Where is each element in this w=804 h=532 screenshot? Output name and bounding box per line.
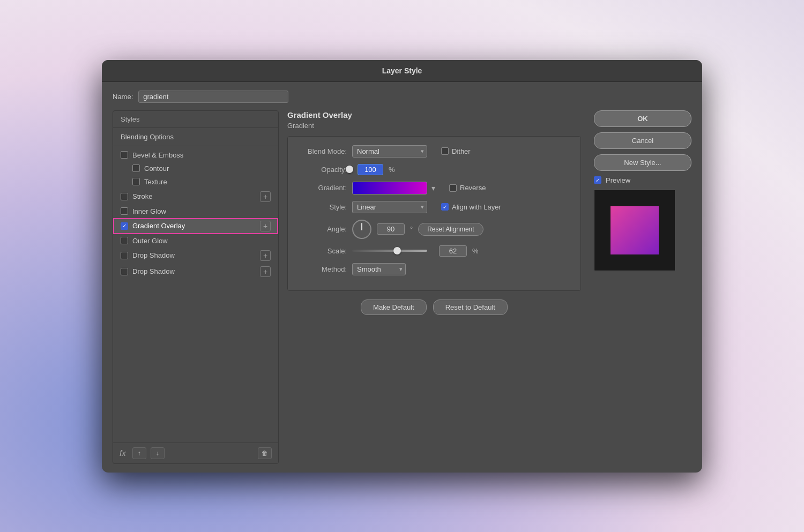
blend-mode-select-wrap: Normal Dissolve Multiply Screen Overlay <box>352 145 427 158</box>
reverse-label: Reverse <box>460 184 486 192</box>
outer-glow-label: Outer Glow <box>132 237 271 245</box>
style-label: Style: <box>299 203 347 211</box>
align-layer-checkbox[interactable] <box>441 203 449 211</box>
dither-checkbox[interactable] <box>441 147 449 155</box>
method-select[interactable]: Smooth Perceptual Saturation <box>352 263 406 275</box>
options-box: Blend Mode: Normal Dissolve Multiply Scr… <box>287 136 581 291</box>
stroke-add-button[interactable]: + <box>260 191 271 202</box>
drop-shadow-2-checkbox[interactable] <box>121 268 128 275</box>
opacity-input[interactable] <box>358 164 383 175</box>
sidebar-item-drop-shadow-2[interactable]: Drop Shadow + <box>113 264 278 280</box>
outer-glow-checkbox[interactable] <box>121 237 128 244</box>
gradient-swatch[interactable] <box>352 182 427 194</box>
texture-checkbox[interactable] <box>132 178 140 185</box>
scale-label: Scale: <box>299 247 347 255</box>
style-select-wrap: Linear Radial Angle Reflected Diamond <box>352 201 427 213</box>
texture-label: Texture <box>144 178 271 186</box>
bevel-emboss-checkbox[interactable] <box>121 151 128 159</box>
scale-input[interactable] <box>439 245 467 257</box>
name-row: Name: <box>113 91 691 103</box>
layer-style-dialog: Layer Style Name: Styles Blending Option… <box>102 60 702 473</box>
gradient-swatch-row: ▾ <box>352 182 435 194</box>
sidebar-item-drop-shadow-1[interactable]: Drop Shadow + <box>113 248 278 264</box>
gradient-label: Gradient: <box>299 184 347 192</box>
gradient-overlay-checkbox[interactable] <box>121 222 128 230</box>
name-input[interactable] <box>138 91 288 103</box>
style-select[interactable]: Linear Radial Angle Reflected Diamond <box>352 201 427 213</box>
reverse-check: Reverse <box>449 184 486 192</box>
sidebar-item-gradient-overlay[interactable]: Gradient Overlay + <box>113 218 278 234</box>
preview-checkbox[interactable] <box>594 176 601 184</box>
blend-mode-row: Blend Mode: Normal Dissolve Multiply Scr… <box>299 145 570 158</box>
reverse-checkbox[interactable] <box>449 184 457 192</box>
right-panel: OK Cancel New Style... Preview <box>590 110 691 464</box>
degree-symbol: ° <box>410 225 413 233</box>
action-row: Make Default Reset to Default <box>287 299 581 315</box>
method-select-wrap: Smooth Perceptual Saturation <box>352 263 406 275</box>
ok-button[interactable]: OK <box>594 110 691 127</box>
style-row: Style: Linear Radial Angle Reflected Dia… <box>299 201 570 213</box>
drop-shadow-1-label: Drop Shadow <box>132 251 256 259</box>
panel-title: Gradient Overlay <box>287 110 581 119</box>
drop-shadow-2-label: Drop Shadow <box>132 267 256 275</box>
method-row: Method: Smooth Perceptual Saturation <box>299 263 570 275</box>
center-panel: Gradient Overlay Gradient Blend Mode: No… <box>279 110 590 464</box>
gradient-row: Gradient: ▾ Reverse <box>299 182 570 194</box>
sidebar-item-stroke[interactable]: Stroke + <box>113 189 278 205</box>
opacity-percent: % <box>389 166 395 174</box>
contour-checkbox[interactable] <box>132 164 140 172</box>
inner-glow-checkbox[interactable] <box>121 207 128 215</box>
fx-label: fx <box>120 448 126 458</box>
opacity-slider-thumb[interactable] <box>346 166 353 173</box>
scale-slider-thumb[interactable] <box>393 247 401 254</box>
blend-mode-select[interactable]: Normal Dissolve Multiply Screen Overlay <box>352 145 427 158</box>
gradient-overlay-add-button[interactable]: + <box>260 221 271 231</box>
bevel-emboss-label: Bevel & Emboss <box>132 151 271 159</box>
opacity-label: Opacity: <box>299 166 347 174</box>
sidebar-item-inner-glow[interactable]: Inner Glow <box>113 205 278 218</box>
blending-options-label: Blending Options <box>121 133 271 141</box>
drop-shadow-1-checkbox[interactable] <box>121 252 128 259</box>
angle-row: Angle: ° Reset Alignment <box>299 220 570 239</box>
preview-box <box>594 190 675 271</box>
main-area: Styles Blending Options Bevel & Emboss <box>113 110 691 464</box>
align-layer-check: Align with Layer <box>441 203 501 211</box>
preview-swatch <box>611 206 659 254</box>
align-layer-label: Align with Layer <box>452 203 501 211</box>
method-label: Method: <box>299 265 347 273</box>
scale-percent: % <box>472 247 479 255</box>
angle-input[interactable] <box>377 223 405 235</box>
left-footer: fx ↑ ↓ 🗑 <box>113 443 278 463</box>
angle-dial[interactable] <box>352 220 371 239</box>
styles-header: Styles <box>113 111 278 128</box>
panel-subtitle: Gradient <box>287 122 581 130</box>
move-up-button[interactable]: ↑ <box>132 447 146 459</box>
reset-to-default-button[interactable]: Reset to Default <box>433 299 508 315</box>
blend-mode-label: Blend Mode: <box>299 147 347 155</box>
opacity-slider-row: % <box>352 164 395 175</box>
move-down-button[interactable]: ↓ <box>151 447 165 459</box>
delete-button[interactable]: 🗑 <box>258 447 272 459</box>
cancel-button[interactable]: Cancel <box>594 132 691 149</box>
make-default-button[interactable]: Make Default <box>361 299 427 315</box>
drop-shadow-2-add-button[interactable]: + <box>260 266 271 277</box>
new-style-button[interactable]: New Style... <box>594 154 691 171</box>
sidebar-item-contour[interactable]: Contour <box>113 162 278 175</box>
sidebar-item-texture[interactable]: Texture <box>113 175 278 189</box>
stroke-label: Stroke <box>132 192 256 200</box>
sidebar-item-outer-glow[interactable]: Outer Glow <box>113 234 278 248</box>
drop-shadow-1-add-button[interactable]: + <box>260 250 271 261</box>
name-label: Name: <box>113 93 133 101</box>
sidebar-item-blending-options[interactable]: Blending Options <box>113 130 278 144</box>
inner-glow-label: Inner Glow <box>132 207 271 215</box>
dialog-titlebar: Layer Style <box>102 60 702 82</box>
scale-slider-track[interactable] <box>352 250 427 252</box>
gradient-dropdown-arrow[interactable]: ▾ <box>431 184 435 192</box>
dither-check: Dither <box>441 147 471 155</box>
sidebar-item-bevel-emboss[interactable]: Bevel & Emboss <box>113 148 278 162</box>
angle-label: Angle: <box>299 225 347 233</box>
reset-alignment-button[interactable]: Reset Alignment <box>418 223 483 236</box>
opacity-row: Opacity: % <box>299 164 570 175</box>
scale-slider-row: % <box>352 245 479 257</box>
stroke-checkbox[interactable] <box>121 193 128 200</box>
